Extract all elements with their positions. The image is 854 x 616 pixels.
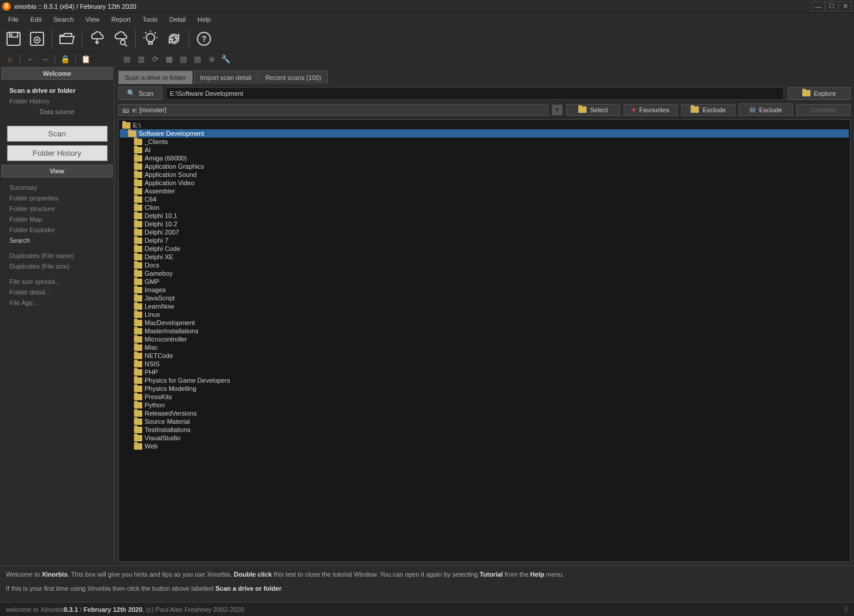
doc5-icon[interactable]: ▨ (192, 53, 203, 64)
tree-item[interactable]: AI (120, 146, 849, 154)
help-icon[interactable]: ? (194, 29, 214, 49)
explore-button[interactable]: Explore (788, 87, 850, 100)
drive-dropdown[interactable]: 🖴 e: [monster] (118, 104, 548, 116)
resize-grip-icon[interactable]: ⣿ (843, 605, 848, 613)
sidebar-item-search[interactable]: Search (9, 235, 105, 246)
tree-item[interactable]: PHP (120, 368, 849, 376)
tree-item[interactable]: Python (120, 401, 849, 409)
folder-open-icon[interactable] (57, 29, 77, 49)
combine-button[interactable]: Combine (796, 104, 850, 116)
doc2-icon[interactable]: ▥ (136, 53, 146, 64)
back-arrow-icon[interactable]: ← (25, 53, 36, 64)
scan-go-button[interactable]: 🔍 Scan (118, 86, 162, 100)
tree-item[interactable]: LearnNow (120, 302, 849, 310)
tree-item[interactable]: Software Development (120, 129, 849, 138)
favourites-button[interactable]: ♥ Favourites (624, 104, 678, 116)
forward-arrow-icon[interactable]: → (39, 53, 50, 64)
menu-detail[interactable]: Detail (165, 15, 190, 24)
tree-item[interactable]: VisualStudio (120, 434, 849, 442)
menu-report[interactable]: Report (106, 15, 135, 24)
tree-item[interactable]: Physics Modelling (120, 384, 849, 393)
tab-import[interactable]: Import scan detail (194, 71, 258, 84)
sidebar-item-summary[interactable]: Summary (9, 182, 105, 193)
tree-item[interactable]: Application Sound (120, 170, 849, 179)
tree-item[interactable]: Gameboy (120, 269, 849, 277)
wrench-icon[interactable]: 🔧 (220, 53, 231, 64)
exclude-button-2[interactable]: ▤ Exclude (739, 103, 793, 116)
menu-view[interactable]: View (81, 15, 105, 24)
tree-item[interactable]: _Clients (120, 138, 849, 146)
select-button[interactable]: Select (566, 104, 620, 116)
tree-item[interactable]: Physics for Game Developers (120, 376, 849, 384)
home-icon[interactable]: ⌂ (5, 53, 15, 64)
tree-item[interactable]: NETCode (120, 351, 849, 360)
menu-tools[interactable]: Tools (138, 15, 162, 24)
doc4-icon[interactable]: ▧ (178, 53, 189, 64)
dropdown-arrow-icon[interactable]: ▾ (552, 105, 562, 115)
menu-help[interactable]: Help (193, 15, 216, 24)
cloud-down-icon[interactable] (87, 29, 107, 49)
tree-item[interactable]: Linux (120, 310, 849, 319)
tree-item[interactable]: NSIS (120, 360, 849, 368)
tree-item[interactable]: C64 (120, 195, 849, 203)
sidebar-item-filesize-spread[interactable]: File size spread... (9, 276, 105, 287)
path-input[interactable]: E:\Software Development (166, 87, 784, 100)
menu-file[interactable]: File (4, 15, 24, 24)
cloud-search-icon[interactable] (110, 29, 130, 49)
tree-item[interactable]: Delphi 2007 (120, 228, 849, 236)
tree-item[interactable]: Docs (120, 261, 849, 269)
maximize-button[interactable]: ☐ (825, 1, 838, 12)
tree-item[interactable]: Images (120, 286, 849, 294)
tree-item[interactable]: Clion (120, 203, 849, 212)
hints-panel[interactable]: Welcome to Xinorbis. This box will give … (0, 565, 854, 602)
sidebar-item-dup-name[interactable]: Duplicates (File name) (9, 250, 105, 261)
tree-item[interactable]: Assembler (120, 187, 849, 195)
sidebar-item-folder-map[interactable]: Folder Map (9, 214, 105, 225)
tree-item[interactable]: GMP (120, 277, 849, 286)
sidebar-item-file-age[interactable]: File Age... (9, 297, 105, 308)
minimize-button[interactable]: — (812, 1, 825, 12)
exclude-button-1[interactable]: Exclude (681, 104, 735, 116)
sidebar-item-folder-exploder[interactable]: Folder Exploder (9, 225, 105, 235)
tree-item[interactable]: TestInstallations (120, 426, 849, 434)
sidebar-item-folder-detail[interactable]: Folder detail... (9, 287, 105, 297)
refresh-icon[interactable] (164, 29, 184, 49)
gear-save-icon[interactable] (27, 29, 47, 49)
tab-scan[interactable]: Scan a drive or folder (118, 71, 193, 84)
cancel-icon[interactable]: ⊗ (206, 53, 217, 64)
folder-tree[interactable]: E:\Software Development_ClientsAIAmiga (… (118, 119, 850, 562)
tree-item[interactable]: Delphi 10.1 (120, 212, 849, 220)
tree-item[interactable]: E:\ (120, 121, 849, 129)
tree-item[interactable]: MacDevelopment (120, 319, 849, 327)
tree-item[interactable]: JavaScript (120, 294, 849, 302)
tab-recent[interactable]: Recent scans (100) (259, 71, 327, 84)
tree-item[interactable]: Delphi 10.2 (120, 220, 849, 228)
menu-search[interactable]: Search (49, 15, 79, 24)
tree-item[interactable]: Microcontroller (120, 335, 849, 343)
sidebar-item-folder-structure[interactable]: Folder structure (9, 203, 105, 214)
lock-icon[interactable]: 🔒 (60, 53, 71, 64)
doc-icon[interactable]: ▤ (122, 53, 132, 64)
tree-item[interactable]: Amiga (68000) (120, 154, 849, 162)
bulb-icon[interactable] (140, 29, 160, 49)
clipboard-icon[interactable]: 📋 (81, 53, 91, 64)
doc3-icon[interactable]: ▦ (164, 53, 175, 64)
tree-item[interactable]: Application Video (120, 179, 849, 187)
tree-item[interactable]: Delphi Code (120, 245, 849, 253)
tree-item[interactable]: Misc (120, 343, 849, 351)
scan-button[interactable]: Scan (7, 126, 108, 142)
menu-edit[interactable]: Edit (26, 15, 46, 24)
sidebar-item-folder-properties[interactable]: Folder properties (9, 193, 105, 203)
folder-history-button[interactable]: Folder History (7, 145, 108, 161)
tree-item[interactable]: ReleasedVersions (120, 409, 849, 417)
sidebar-item-dup-size[interactable]: Duplicates (File size) (9, 261, 105, 272)
tree-item[interactable]: PressKits (120, 393, 849, 401)
refresh-small-icon[interactable]: ⟳ (150, 53, 160, 64)
tree-item[interactable]: Source Material (120, 417, 849, 426)
tree-item[interactable]: Application Graphics (120, 162, 849, 170)
tree-item[interactable]: Delphi XE (120, 253, 849, 261)
save-icon[interactable] (4, 29, 24, 49)
close-button[interactable]: ✕ (839, 1, 852, 12)
tree-item[interactable]: Web (120, 442, 849, 450)
tree-item[interactable]: MasterInstallations (120, 327, 849, 335)
